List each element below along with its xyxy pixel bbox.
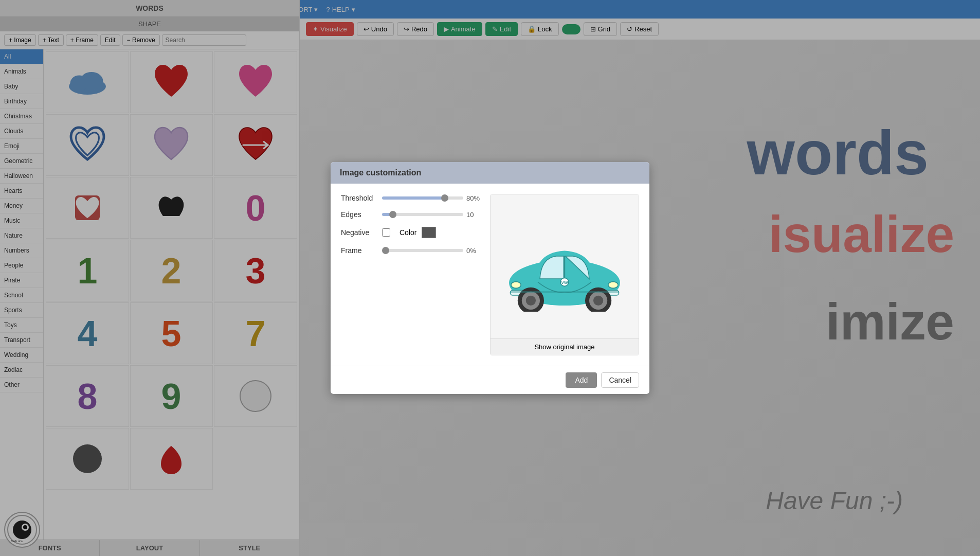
dialog-footer: Add Cancel (331, 366, 649, 394)
color-label: Color (400, 228, 416, 237)
negative-checkbox[interactable] (382, 228, 390, 237)
edges-row: Edges 10 (341, 210, 482, 219)
svg-text:VW: VW (561, 280, 568, 285)
frame-slider-container: 0% (382, 247, 482, 255)
dialog-body: Threshold 80% Edges 10 Negative (331, 184, 649, 366)
dialog-overlay: Image customization Threshold 80% Edges (0, 0, 980, 556)
svg-point-31 (608, 282, 618, 289)
threshold-label: Threshold (341, 194, 377, 202)
svg-point-30 (511, 282, 521, 289)
threshold-row: Threshold 80% (341, 194, 482, 202)
cancel-button[interactable]: Cancel (601, 372, 639, 388)
edges-slider-container: 10 (382, 211, 482, 219)
negative-row: Negative Color (341, 227, 482, 238)
dialog-header: Image customization (331, 162, 649, 184)
threshold-slider-container: 80% (382, 194, 482, 202)
show-original-button[interactable]: Show original image (491, 338, 639, 355)
image-preview: VW Show original image (490, 194, 639, 355)
dialog-controls: Threshold 80% Edges 10 Negative (341, 194, 482, 355)
svg-point-29 (593, 296, 603, 306)
negative-label: Negative (341, 228, 377, 237)
frame-label: Frame (341, 246, 377, 255)
threshold-slider[interactable] (382, 196, 463, 200)
car-preview-svg: VW (503, 221, 626, 312)
frame-row: Frame 0% (341, 246, 482, 255)
threshold-value: 80% (466, 194, 482, 202)
edges-slider[interactable] (382, 213, 463, 216)
frame-value: 0% (466, 247, 482, 255)
add-button[interactable]: Add (566, 372, 597, 388)
svg-point-26 (526, 296, 536, 306)
preview-image-area: VW (491, 194, 639, 338)
frame-slider[interactable] (382, 249, 463, 252)
edges-value: 10 (466, 211, 482, 219)
edges-label: Edges (341, 210, 377, 219)
color-picker[interactable] (422, 227, 436, 238)
image-customization-dialog: Image customization Threshold 80% Edges (331, 162, 649, 394)
